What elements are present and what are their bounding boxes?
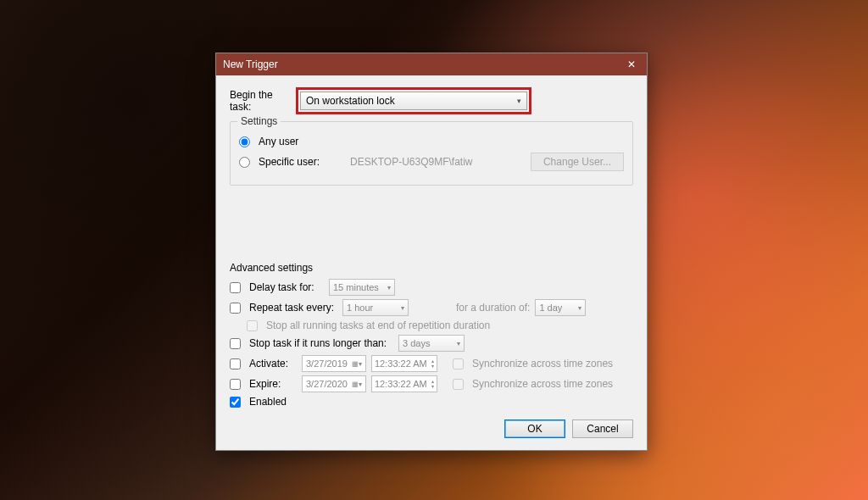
titlebar[interactable]: New Trigger ✕ [216,53,647,75]
advanced-settings-title: Advanced settings [230,262,633,274]
specific-user-label: Specific user: [259,156,320,168]
expire-time-input[interactable]: 12:33:22 AM ▴▾ [371,375,437,392]
enabled-label: Enabled [249,396,287,408]
chevron-down-icon: ▾ [401,304,404,312]
delay-label: Delay task for: [249,281,324,293]
activate-sync-label: Synchronize across time zones [472,358,613,369]
expire-sync-checkbox [453,379,464,390]
close-icon[interactable]: ✕ [623,58,640,70]
expire-label: Expire: [249,378,297,390]
stop-if-label: Stop task if it runs longer than: [249,337,393,349]
activate-checkbox[interactable] [230,358,241,369]
new-trigger-dialog: New Trigger ✕ Begin the task: On worksta… [215,53,648,451]
repeat-checkbox[interactable] [230,303,241,314]
calendar-icon: ▦▾ [352,360,362,368]
delay-select[interactable]: 15 minutes ▾ [329,279,395,296]
stop-if-checkbox[interactable] [230,338,241,349]
any-user-radio[interactable] [239,136,250,147]
chevron-down-icon: ▾ [387,284,391,292]
settings-group: Settings Any user Specific user: DESKTOP… [230,121,633,186]
expire-checkbox[interactable] [230,379,241,390]
chevron-down-icon: ▾ [517,97,521,105]
begin-task-label: Begin the task: [230,89,296,113]
dialog-title: New Trigger [223,58,278,70]
expire-date-input[interactable]: 3/27/2020 ▦▾ [302,375,366,392]
stop-if-select[interactable]: 3 days ▾ [398,335,465,352]
change-user-button[interactable]: Change User... [531,153,624,171]
specific-user-radio[interactable] [239,157,250,168]
activate-time-input[interactable]: 12:33:22 AM ▴▾ [371,355,437,372]
specific-user-value: DESKTOP-U63Q9MF\fatiw [350,156,526,168]
repeat-select[interactable]: 1 hour ▾ [342,299,409,316]
duration-select[interactable]: 1 day ▾ [535,299,586,316]
settings-group-title: Settings [237,115,281,127]
chevron-down-icon: ▾ [457,340,460,347]
enabled-checkbox[interactable] [230,397,241,408]
activate-date-input[interactable]: 3/27/2019 ▦▾ [302,355,366,372]
spinner-icon: ▴▾ [431,358,434,369]
delay-checkbox[interactable] [230,282,241,293]
begin-task-dropdown[interactable]: On workstation lock ▾ [300,92,527,110]
cancel-button[interactable]: Cancel [572,419,633,438]
repeat-label: Repeat task every: [249,302,337,314]
stop-all-label: Stop all running tasks at end of repetit… [266,319,490,331]
duration-label: for a duration of: [456,302,530,314]
activate-label: Activate: [249,358,297,369]
begin-task-highlight: On workstation lock ▾ [296,87,531,114]
ok-button[interactable]: OK [504,419,565,438]
stop-all-checkbox [247,320,258,331]
spinner-icon: ▴▾ [431,379,434,389]
begin-task-value: On workstation lock [306,95,395,107]
any-user-label: Any user [259,136,298,147]
expire-sync-label: Synchronize across time zones [472,378,613,390]
activate-sync-checkbox [453,358,464,369]
calendar-icon: ▦▾ [352,381,362,388]
chevron-down-icon: ▾ [578,304,581,312]
